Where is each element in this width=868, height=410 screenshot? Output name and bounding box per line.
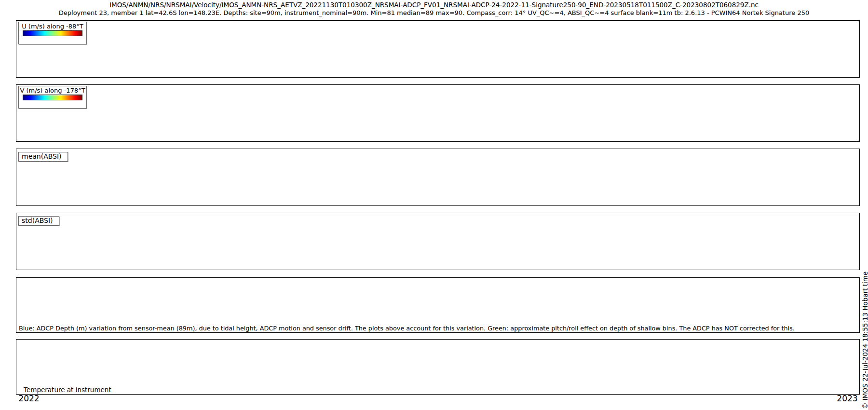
v-velocity-panel: V (m/s) along -178°T: [16, 84, 860, 142]
v-colorbar-tick-labels: [23, 100, 82, 108]
mean-absi-heatmap: [16, 149, 859, 205]
u-legend-title: U (m/s) along -88°T: [19, 22, 86, 30]
depth-variation-panel: Blue: ADCP Depth (m) variation from sens…: [16, 277, 860, 333]
mean-absi-panel: mean(ABSI): [16, 149, 860, 206]
v-legend-title: V (m/s) along -178°T: [19, 86, 86, 94]
u-colorbar-tick-labels: [23, 36, 82, 44]
file-title: IMOS/ANMN/NRS/NRSMAI/Velocity/IMOS_ANMN-…: [0, 1, 868, 9]
depth-variation-annotation: Blue: ADCP Depth (m) variation from sens…: [19, 325, 795, 332]
year-end-label: 2023: [837, 394, 857, 403]
year-start-label: 2022: [18, 394, 39, 403]
temperature-lineplot: [16, 340, 859, 394]
std-absi-label: std(ABSI): [18, 216, 59, 226]
temperature-panel: Temperature at instrument: [16, 339, 860, 395]
std-absi-panel: std(ABSI): [16, 213, 860, 270]
deployment-subtitle: Deployment 23, member 1 lat=42.6S lon=14…: [0, 9, 868, 16]
adcp-deployment-summary-plot: IMOS/ANMN/NRS/NRSMAI/Velocity/IMOS_ANMN-…: [0, 0, 868, 410]
imos-watermark: © IMOS 22-Jul-2024 18:55:13 Hobart time: [861, 272, 868, 409]
u-velocity-heatmap: [16, 21, 859, 77]
mean-absi-label: mean(ABSI): [18, 152, 68, 162]
v-colorbar: [23, 95, 82, 100]
u-colorbar: [23, 30, 82, 36]
std-absi-heatmap: [16, 213, 859, 270]
temperature-label: Temperature at instrument: [24, 386, 111, 394]
v-velocity-heatmap: [16, 85, 859, 141]
u-velocity-panel: U (m/s) along -88°T: [16, 20, 860, 78]
u-colorbar-legend: U (m/s) along -88°T: [18, 22, 87, 44]
v-colorbar-legend: V (m/s) along -178°T: [18, 86, 87, 109]
